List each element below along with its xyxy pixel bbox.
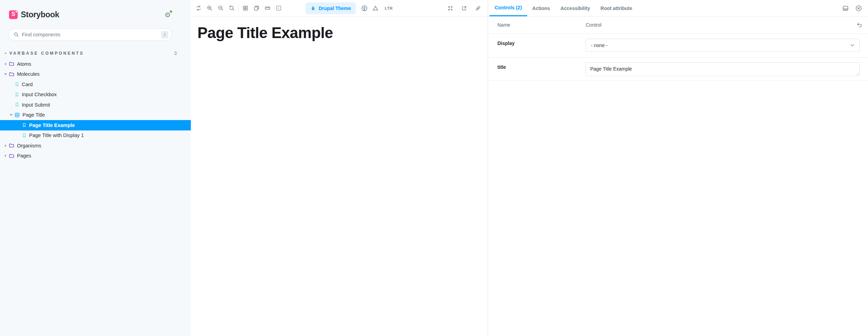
tab-root-attribute[interactable]: Root attribute [595,0,638,16]
close-circle-icon [856,5,862,11]
theme-button-label: Drupal Theme [319,6,351,11]
caret-right-icon [5,63,7,65]
story-bookmark-icon [15,82,19,87]
zoom-out-button[interactable] [215,0,226,17]
storybook-app: S Storybook ⚙ / VARBASE COMPONENTS [0,0,868,336]
sidebar-item-molecules[interactable]: Molecules [0,69,191,80]
story-bookmark-icon [15,102,19,107]
droplet-icon [311,5,316,11]
collapse-expand-all-icon[interactable] [173,51,178,56]
story-preview-title: Page Title Example [197,24,333,42]
storybook-logo-icon: S [9,10,18,19]
sidebar-item-input-submit[interactable]: Input Submit [0,100,191,110]
tab-actions[interactable]: Actions [527,0,555,16]
grid-toggle-button[interactable] [240,0,251,17]
display-select-value: - none - [591,43,608,48]
sidebar-item-organisms[interactable]: Organisms [0,140,191,151]
component-tree: Atoms Molecules Card Input Checkbox [0,59,191,161]
column-control: Control [586,17,860,33]
tab-controls[interactable]: Controls (2) [489,0,527,16]
addons-panel: Controls (2) Actions Accessibility Root … [488,0,868,336]
controls-table: Name Control Display - none - [488,17,868,81]
sidebar-item-atoms[interactable]: Atoms [0,59,191,69]
component-icon [15,112,20,118]
vision-triangle-icon [372,5,379,11]
title-textarea[interactable]: Page Title Example [586,62,860,76]
caret-right-icon [5,154,7,157]
chevron-down-icon [850,44,854,47]
sidebar-section-header[interactable]: VARBASE COMPONENTS [0,48,191,58]
open-new-tab-button[interactable] [457,0,471,17]
panel-top-icons [842,0,862,17]
settings-menu-button[interactable]: ⚙ [163,10,172,19]
sidebar-item-card[interactable]: Card [0,79,191,90]
sidebar-item-pages[interactable]: Pages [0,151,191,161]
folder-icon [9,153,14,158]
sidebar-item-page-title[interactable]: Page Title [0,110,191,120]
column-name: Name [497,17,586,33]
remount-icon [196,5,202,11]
tab-accessibility[interactable]: Accessibility [555,0,595,16]
addons-tabs: Controls (2) Actions Accessibility Root … [488,0,868,17]
control-row-display: Display - none - [488,34,868,57]
resize-handle[interactable] [856,72,859,75]
caret-down-icon [5,53,7,54]
toolbar-separator [238,4,239,12]
brand-row: S Storybook ⚙ [9,10,184,19]
caret-down-icon [10,114,12,116]
caret-right-icon [5,144,7,147]
search-icon [14,32,19,37]
display-select[interactable]: - none - [586,39,860,52]
sidebar-item-page-title-example[interactable]: Page Title Example [0,120,191,130]
zoom-reset-icon [229,5,235,11]
story-bookmark-icon [22,122,26,128]
copy-link-button[interactable] [471,0,485,17]
measure-button[interactable] [262,0,273,17]
zoom-reset-button[interactable] [226,0,237,17]
section-label: VARBASE COMPONENTS [9,51,84,56]
zoom-out-icon [218,5,224,11]
text-direction-button[interactable]: LTR [381,0,396,17]
ruler-icon [265,5,271,11]
backgrounds-icon [254,5,259,11]
slash-shortcut-badge: / [161,31,168,38]
grid-icon [242,5,248,11]
vision-simulator-button[interactable] [370,0,381,17]
outline-button[interactable] [273,0,284,17]
sidebar-item-input-checkbox[interactable]: Input Checkbox [0,90,191,100]
sidebar-item-page-title-with-display-1[interactable]: Page Title with Display 1 [0,130,191,141]
undo-icon [856,22,862,28]
change-orientation-button[interactable] [842,4,849,12]
folder-icon [9,61,14,66]
fullscreen-button[interactable] [443,0,457,17]
remount-button[interactable] [193,0,204,17]
folder-icon [9,143,14,148]
drupal-theme-button[interactable]: Drupal Theme [305,2,356,14]
zoom-in-icon [207,5,213,11]
story-bookmark-icon [22,133,26,138]
search-box[interactable]: / [8,28,172,41]
controls-header-row: Name Control [488,17,868,34]
zoom-in-button[interactable] [204,0,215,17]
backgrounds-button[interactable] [251,0,262,17]
folder-icon [9,72,14,77]
accessibility-icon [361,5,367,11]
search-input[interactable] [22,32,161,37]
arg-name-title: title [497,57,586,80]
accessibility-button[interactable] [359,0,370,17]
canvas-toolbar-right [443,0,485,17]
canvas-area: Drupal Theme LTR [191,0,488,336]
close-panel-button[interactable] [855,4,862,12]
sidebar: S Storybook ⚙ / VARBASE COMPONENTS [0,0,191,336]
reset-controls-button[interactable] [855,21,863,29]
fullscreen-icon [448,6,453,11]
link-icon [475,6,481,11]
control-row-title: title Page Title Example [488,57,868,81]
panel-position-icon [842,5,849,11]
outline-icon [276,5,282,11]
canvas-toolbar: Drupal Theme LTR [191,0,488,17]
caret-down-icon [4,73,7,75]
open-new-tab-icon [461,6,467,11]
arg-name-display: Display [497,34,586,57]
brand-title[interactable]: Storybook [21,10,59,19]
